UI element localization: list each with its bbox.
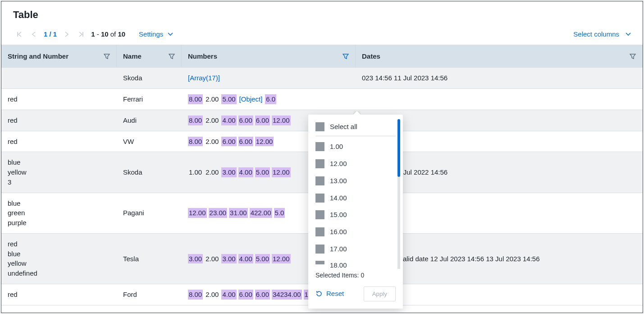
number-value: 6.00 — [238, 137, 253, 147]
checkbox-icon — [315, 142, 324, 151]
number-value: 1.00 — [188, 167, 203, 177]
number-value: 8.00 — [188, 290, 203, 300]
number-value: 2.00 — [205, 290, 219, 300]
number-value: 8.00 — [188, 115, 203, 125]
col-header-dates[interactable]: Dates — [362, 51, 630, 61]
scrollbar[interactable] — [397, 119, 400, 269]
number-value: 3.00 — [221, 167, 236, 177]
number-value: 23.00 — [209, 208, 228, 218]
filter-option-label: 17.00 — [330, 244, 347, 254]
checkbox-icon — [315, 227, 324, 236]
cell-string-number: red — [1, 89, 117, 110]
cell-numbers: 8.002.005.00[Object]6.0 — [182, 89, 356, 110]
object-link[interactable]: [Object] — [238, 94, 264, 104]
filter-option-label: 1.00 — [330, 142, 343, 152]
number-value: 6.00 — [255, 115, 270, 125]
settings-label: Settings — [139, 29, 163, 39]
table-header: String and Number Name Numbers Dates — [1, 45, 643, 68]
popup-caret-icon — [353, 111, 361, 115]
page-title: Table — [1, 1, 643, 26]
pager-first-icon[interactable] — [15, 30, 24, 39]
checkbox-icon — [315, 159, 324, 168]
cell-string-number — [1, 68, 117, 88]
table-row[interactable]: Skoda[Array(17)]023 14:56 11 Jul 2023 14… — [1, 68, 643, 89]
array-link[interactable]: [Array(17)] — [188, 73, 220, 83]
filter-option-label: Select all — [330, 122, 357, 132]
filter-option[interactable]: 17.00 — [308, 240, 403, 258]
filter-option-label: 12.00 — [330, 159, 347, 169]
number-value: 5.00 — [255, 254, 270, 264]
cell-string-number: red — [1, 284, 117, 305]
number-value: 6.00 — [238, 115, 253, 125]
number-value: 2.00 — [205, 167, 219, 177]
filter-option[interactable]: 15.00 — [308, 206, 403, 223]
cell-dates: 023 14:56 11 Jul 2023 14:56 — [356, 68, 643, 88]
filter-option-label: 15.00 — [330, 210, 347, 220]
number-value: 4.00 — [221, 115, 236, 125]
cell-numbers: [Array(17)] — [182, 68, 356, 88]
cell-name: VW — [117, 131, 182, 152]
filter-selected-info: Selected Items: 0 — [308, 269, 403, 283]
number-value: 5.0 — [274, 208, 285, 218]
col-header-numbers[interactable]: Numbers — [188, 51, 343, 61]
cell-name: Tesla — [117, 234, 182, 284]
number-value: 12.00 — [188, 208, 207, 218]
number-value: 12.00 — [272, 254, 291, 264]
toolbar: 1 / 1 1 - 10 of 10 Settings Select colum… — [1, 26, 643, 45]
filter-option[interactable]: 1.00 — [308, 138, 403, 155]
filter-option-select-all[interactable]: Select all — [308, 118, 403, 135]
number-value: 6.0 — [265, 94, 276, 104]
number-value: 4.00 — [221, 290, 236, 300]
number-value: 8.00 — [188, 94, 203, 104]
filter-icon[interactable] — [169, 53, 175, 60]
scrollbar-thumb[interactable] — [397, 119, 400, 177]
cell-name: Ford — [117, 284, 182, 305]
number-value: 4.00 — [238, 167, 253, 177]
checkbox-icon — [315, 194, 324, 203]
cell-dates — [356, 89, 643, 110]
cell-name: Audi — [117, 110, 182, 131]
checkbox-icon — [315, 245, 324, 254]
number-value: 12.00 — [272, 167, 291, 177]
filter-icon[interactable] — [104, 53, 110, 60]
cell-name: Skoda — [117, 152, 182, 192]
chevron-down-icon — [626, 32, 631, 36]
filter-option[interactable]: 13.00 — [308, 172, 403, 189]
cell-string-number: red — [1, 131, 117, 152]
number-value: 6.00 — [255, 290, 270, 300]
pager-next-icon[interactable] — [62, 30, 71, 39]
divider — [315, 136, 396, 136]
filter-option-label: 13.00 — [330, 176, 347, 186]
cell-name: Ferrari — [117, 89, 182, 110]
number-value: 5.00 — [221, 94, 236, 104]
filter-icon[interactable] — [630, 53, 636, 60]
checkbox-icon — [315, 122, 324, 131]
number-value: 5.00 — [255, 167, 270, 177]
filter-option[interactable]: 18.00 — [308, 258, 403, 268]
number-value: 2.00 — [205, 254, 219, 264]
filter-option[interactable]: 16.00 — [308, 223, 403, 240]
number-value: 2.00 — [205, 137, 219, 147]
filter-apply-button[interactable]: Apply — [364, 286, 396, 301]
number-value: 422.00 — [250, 208, 272, 218]
cell-string-number: blue green purple — [1, 193, 117, 233]
table-row[interactable]: redFerrari8.002.005.00[Object]6.0 — [1, 89, 643, 110]
filter-option[interactable]: 14.00 — [308, 189, 403, 207]
cell-string-number: red blue yellow undefined — [1, 234, 117, 284]
filter-option[interactable]: 12.00 — [308, 155, 403, 172]
number-value: 3.00 — [188, 254, 203, 264]
col-header-name[interactable]: Name — [123, 51, 169, 61]
number-value: 12.00 — [272, 115, 291, 125]
col-header-string-number[interactable]: String and Number — [8, 51, 104, 61]
number-value: 4.00 — [238, 254, 253, 264]
pager-last-icon[interactable] — [77, 30, 86, 39]
cell-string-number: red — [1, 110, 117, 131]
settings-button[interactable]: Settings — [139, 29, 173, 39]
filter-popup-numbers: Select all 1.0012.0013.0014.0015.0016.00… — [308, 115, 403, 309]
filter-icon[interactable] — [343, 53, 349, 60]
pager-prev-icon[interactable] — [29, 30, 38, 39]
number-value: 3.00 — [221, 254, 236, 264]
select-columns-label: Select columns — [573, 29, 619, 39]
select-columns-button[interactable]: Select columns — [573, 29, 631, 39]
filter-reset-button[interactable]: Reset — [315, 289, 344, 299]
